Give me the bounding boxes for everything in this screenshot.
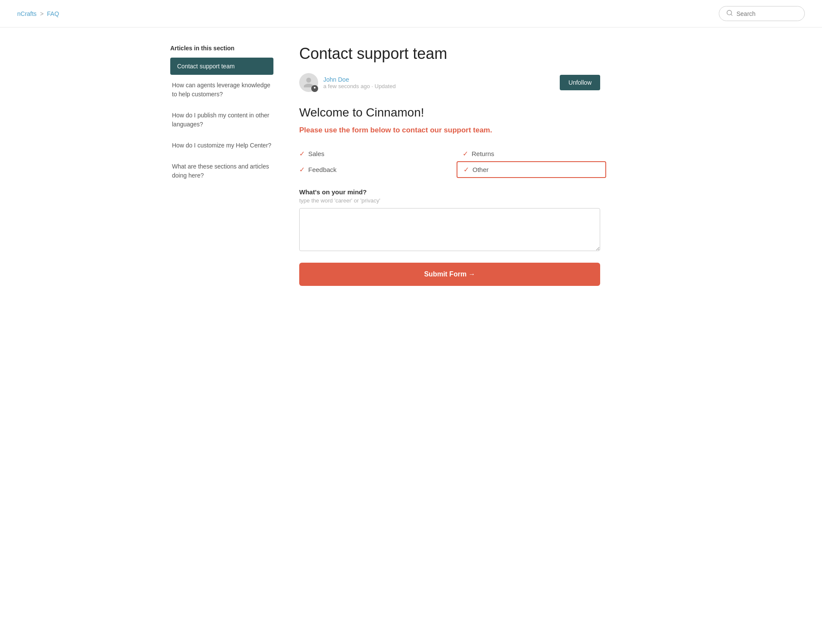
search-input[interactable] — [736, 10, 788, 17]
sidebar-item-customize[interactable]: How do I customize my Help Center? — [170, 137, 273, 154]
content-area: Contact support team Joh — [299, 45, 600, 286]
checkbox-sales[interactable]: ✓ Sales — [299, 150, 437, 158]
welcome-heading: Welcome to Cinnamon! — [299, 106, 600, 120]
sidebar-item-agents[interactable]: How can agents leverage knowledge to hel… — [170, 77, 273, 103]
unfollow-button[interactable]: Unfollow — [560, 75, 600, 90]
submit-button-label: Submit Form → — [424, 270, 475, 278]
breadcrumb-site-link[interactable]: nCrafts — [17, 10, 37, 17]
breadcrumb-separator: > — [40, 10, 43, 17]
author-details: John Doe a few seconds ago · Updated — [323, 76, 396, 89]
sidebar-item-publish[interactable]: How do I publish my content in other lan… — [170, 107, 273, 133]
avatar-badge — [311, 85, 318, 92]
check-mark-other: ✓ — [463, 166, 469, 174]
checkbox-sales-label: Sales — [308, 150, 325, 157]
sidebar-section-title: Articles in this section — [170, 45, 273, 52]
textarea-label: What's on your mind? — [299, 188, 600, 196]
breadcrumb-section-link[interactable]: FAQ — [47, 10, 59, 17]
author-row: John Doe a few seconds ago · Updated Unf… — [299, 73, 600, 92]
check-mark-feedback: ✓ — [299, 166, 305, 174]
avatar — [299, 73, 318, 92]
mind-textarea[interactable] — [299, 208, 600, 251]
top-bar: nCrafts > FAQ — [0, 0, 822, 28]
svg-line-1 — [731, 14, 732, 15]
article-title: Contact support team — [299, 45, 600, 63]
search-container[interactable] — [719, 6, 805, 21]
author-meta: a few seconds ago · Updated — [323, 83, 396, 89]
checkbox-other-label: Other — [472, 166, 489, 173]
checkbox-returns[interactable]: ✓ Returns — [463, 150, 600, 158]
form-intro-text: Please use the form below to contact our… — [299, 125, 600, 136]
checkbox-grid: ✓ Sales ✓ Returns ✓ Feedback ✓ Other — [299, 150, 600, 175]
author-info: John Doe a few seconds ago · Updated — [299, 73, 396, 92]
sidebar: Articles in this section Contact support… — [170, 45, 273, 286]
textarea-hint: type the word 'career' or 'privacy' — [299, 197, 600, 204]
checkbox-feedback-label: Feedback — [308, 166, 337, 173]
main-layout: Articles in this section Contact support… — [153, 28, 669, 303]
breadcrumb: nCrafts > FAQ — [17, 10, 59, 17]
checkbox-other[interactable]: ✓ Other — [457, 161, 606, 178]
form-field-group: What's on your mind? type the word 'care… — [299, 188, 600, 252]
check-mark-returns: ✓ — [463, 150, 468, 158]
author-name: John Doe — [323, 76, 396, 83]
submit-button[interactable]: Submit Form → — [299, 263, 600, 286]
search-icon — [726, 9, 733, 18]
checkbox-returns-label: Returns — [472, 150, 494, 157]
check-mark-sales: ✓ — [299, 150, 305, 158]
sidebar-item-sections[interactable]: What are these sections and articles doi… — [170, 158, 273, 184]
checkbox-feedback[interactable]: ✓ Feedback — [299, 165, 437, 175]
sidebar-item-contact[interactable]: Contact support team — [170, 58, 273, 75]
